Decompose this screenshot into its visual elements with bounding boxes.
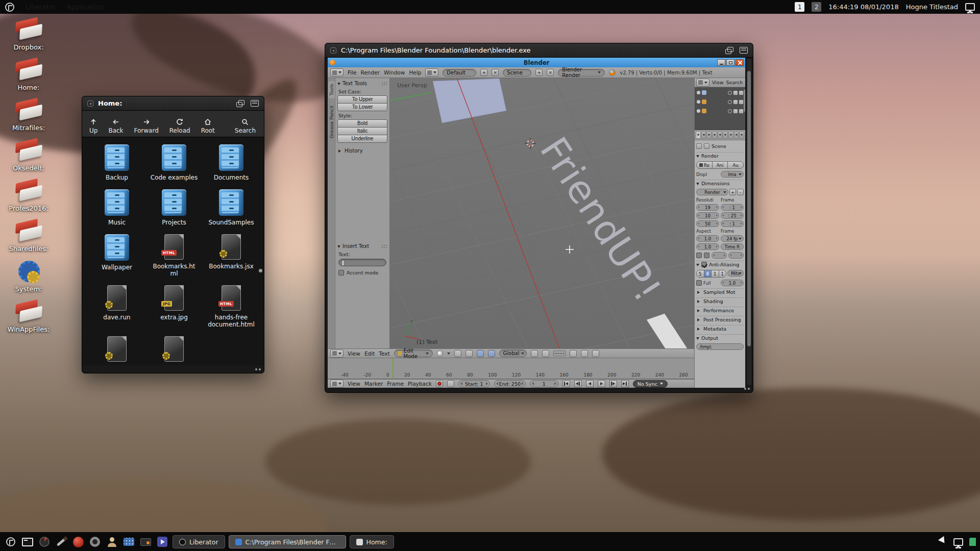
tab-material-icon[interactable] (728, 131, 733, 139)
clock-app-icon[interactable] (38, 535, 51, 548)
remove-scene-button[interactable]: × (547, 69, 554, 76)
shade-icon[interactable] (740, 47, 748, 54)
menu-marker[interactable]: Marker (364, 381, 383, 387)
animation-button[interactable]: Ani (712, 161, 728, 169)
add-layout-button[interactable]: + (480, 69, 487, 76)
current-frame-field[interactable]: 1 (530, 380, 558, 387)
insert-text-panel-header[interactable]: Insert Text (337, 242, 387, 250)
manipulator-translate-icon[interactable] (477, 350, 484, 357)
post-processing-panel-header[interactable]: Post Processing (696, 316, 744, 323)
renderable-icon[interactable] (739, 109, 743, 113)
browse-icon[interactable] (704, 143, 709, 149)
to-lower-button[interactable]: To Lower (337, 103, 387, 111)
display-dropdown[interactable]: Ima (721, 171, 744, 178)
render-preset-dropdown[interactable]: Render (696, 189, 728, 195)
list-item[interactable]: Music (88, 189, 145, 226)
sync-dropdown[interactable]: No Sync (633, 380, 668, 388)
task-home[interactable]: Home: (350, 535, 394, 548)
viewport-3d[interactable]: FriendUP! y (390, 78, 694, 348)
menu-window[interactable]: Window (384, 69, 405, 76)
aa-samples-8-button[interactable]: 8 (704, 270, 712, 278)
renderable-icon[interactable] (739, 100, 743, 104)
wine-titlebar[interactable]: Blender (328, 58, 745, 67)
menu-view[interactable]: View (712, 80, 724, 85)
record-button[interactable] (436, 380, 443, 387)
metadata-panel-header[interactable]: Metadata (696, 325, 744, 332)
scrollbar-thumb[interactable] (744, 89, 745, 112)
to-upper-button[interactable]: To Upper (337, 95, 387, 104)
next-keyframe-button[interactable] (609, 380, 617, 387)
resize-grip[interactable] (743, 387, 750, 390)
menu-text[interactable]: Text (379, 350, 389, 357)
tab-texture-icon[interactable] (734, 131, 739, 139)
frame-start-field[interactable]: : 1 (721, 204, 744, 211)
desktop-icon-mitrafiles[interactable]: Mitrafiles: (4, 99, 53, 132)
scene-selector[interactable]: Scene (503, 69, 531, 77)
aa-samples-16-button[interactable]: 1 (719, 270, 727, 278)
frame-end-field[interactable]: End:250 (494, 380, 526, 387)
magnet-snap-icon[interactable] (531, 350, 538, 357)
outliner-tree[interactable] (695, 87, 745, 130)
close-button[interactable] (736, 59, 744, 66)
cursor-3d-icon[interactable] (525, 138, 536, 149)
tab-object-icon[interactable] (712, 131, 717, 139)
blender-window-titlebar[interactable]: C:\Program Files\Blender Foundation\Blen… (325, 43, 753, 58)
list-item[interactable]: Documents (203, 144, 260, 181)
red-app-icon[interactable] (71, 535, 85, 548)
text-tools-panel-header[interactable]: Text Tools (337, 80, 387, 87)
aa-samples-5-button[interactable]: 5 (696, 270, 704, 278)
tab-render-icon[interactable] (696, 131, 701, 139)
menu-view[interactable]: View (348, 350, 360, 357)
jump-end-button[interactable] (621, 380, 629, 387)
selectable-icon[interactable] (733, 91, 738, 95)
timeline-ruler[interactable]: -40-20 020 4060 80100 120140 160180 2002… (328, 358, 694, 379)
tab-constraints-icon[interactable] (718, 131, 723, 139)
notification-corner-widget[interactable] (969, 538, 976, 546)
list-item[interactable]: Bookmarks.jsx (203, 234, 260, 277)
window-scrollbar[interactable] (747, 59, 751, 385)
accent-mode-checkbox[interactable]: Accent mode (338, 270, 387, 276)
pivot-center-icon[interactable] (454, 350, 461, 357)
desktop-icon-profes2016[interactable]: Profes2016: (4, 180, 53, 212)
aspect-y-field[interactable]: 1.0 (696, 243, 719, 250)
filter-size-field[interactable]: 1.0 (721, 280, 744, 286)
calculator-icon[interactable] (122, 535, 135, 548)
output-panel-header[interactable]: Output (696, 334, 744, 341)
list-item[interactable]: HTMLBookmarks.html (145, 234, 203, 277)
resolution-x-field[interactable]: 19 (696, 204, 719, 211)
menu-help[interactable]: Help (409, 69, 421, 76)
keying-set-icon[interactable] (447, 380, 454, 387)
menu-frame[interactable]: Frame (387, 381, 404, 387)
forward-button[interactable]: Forward (134, 118, 159, 134)
mode-dropdown[interactable]: Edit Mode (394, 349, 433, 357)
orientation-dropdown[interactable]: Global (499, 349, 527, 357)
menu-file[interactable]: File (348, 69, 357, 76)
workspace-1-button[interactable]: 1 (795, 2, 804, 12)
insert-text-input[interactable] (338, 259, 386, 266)
underline-button[interactable]: Underline (337, 135, 387, 143)
plane-object[interactable] (433, 79, 506, 123)
add-scene-button[interactable]: + (535, 69, 543, 76)
back-button[interactable]: Back (108, 118, 123, 134)
antialiasing-panel-header[interactable]: Anti-Aliasing (696, 261, 744, 268)
crop-checkbox[interactable] (704, 253, 709, 258)
render-engine-dropdown[interactable]: Blender Render (558, 69, 605, 77)
aspect-x-field[interactable]: 1.0 (696, 235, 719, 242)
scrollbar-thumb[interactable] (259, 269, 262, 272)
menu-liberator[interactable]: Liberator (26, 3, 56, 11)
media-app-icon[interactable] (156, 535, 169, 548)
file-manager-titlebar[interactable]: Home: (82, 96, 264, 111)
list-item[interactable]: Wallpaper (88, 234, 145, 277)
audio-button[interactable]: Au (727, 161, 744, 169)
add-preset-button[interactable]: + (729, 189, 736, 195)
menu-render[interactable]: Render (361, 69, 380, 76)
menu-view[interactable]: View (348, 381, 360, 387)
render-preview-icon[interactable] (581, 350, 588, 357)
border-checkbox[interactable] (696, 253, 702, 258)
shading-panel-header[interactable]: Shading (696, 297, 744, 305)
window-menu-icon[interactable] (87, 101, 93, 107)
display-icon[interactable] (965, 3, 975, 11)
panel-grip-icon[interactable] (381, 244, 387, 248)
text-object[interactable]: FriendUP! (532, 129, 694, 348)
layout-browse-icon[interactable] (425, 68, 438, 77)
